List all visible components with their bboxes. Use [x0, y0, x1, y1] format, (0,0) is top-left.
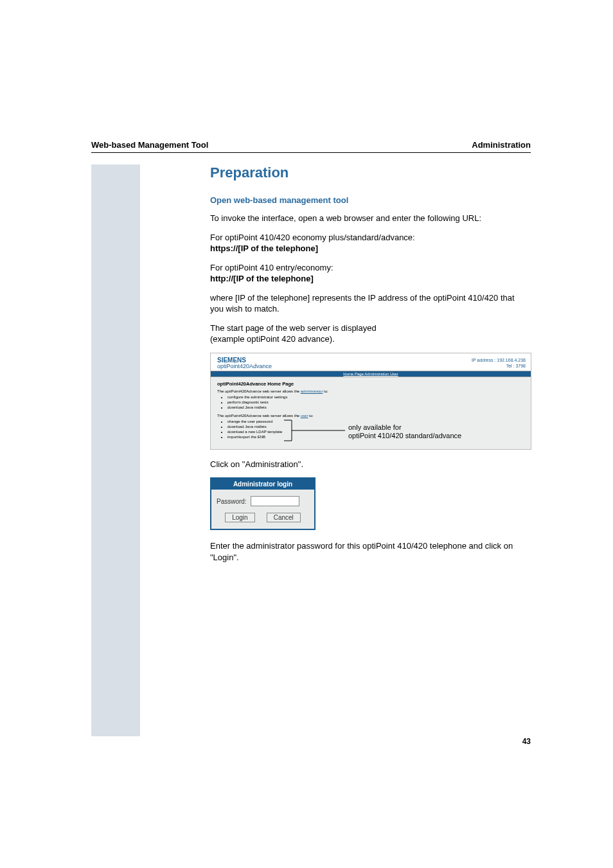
list-item: perform diagnostic tests	[227, 400, 524, 405]
callout-text: only available for	[348, 423, 461, 432]
body-text: Click on "Administration".	[210, 459, 530, 470]
administrator-link[interactable]: administrator	[301, 389, 323, 393]
body-text: Enter the administrator password for thi…	[210, 540, 530, 563]
url-text: https://[IP of the telephone]	[210, 244, 318, 253]
user-link[interactable]: user	[301, 414, 308, 418]
body-text: For optiPoint 410 entry/economy:	[210, 263, 333, 272]
page-number: 43	[522, 737, 531, 746]
list-item: configure the administrator settings	[227, 394, 524, 400]
page-title: optiPoint420Advance Home Page	[217, 381, 524, 387]
list-item: download Java midlets	[227, 405, 524, 410]
url-text: http://[IP of the telephone]	[210, 274, 314, 283]
subsection-heading: Open web-based management tool	[210, 195, 530, 205]
running-head-right: Administration	[472, 140, 531, 150]
body-text: The optiPoint420Advance web server allow…	[217, 414, 301, 418]
login-dialog-screenshot: Administrator login Password: Login Canc…	[210, 477, 315, 530]
body-text: To invoke the interface, open a web brow…	[210, 213, 530, 224]
product-name-text: optiPoint420Advance	[217, 364, 272, 369]
running-head-left: Web-based Management Tool	[91, 140, 208, 150]
password-label: Password:	[217, 498, 247, 505]
nav-bar[interactable]: Home Page Administration User	[211, 371, 531, 377]
login-title: Administrator login	[211, 479, 314, 490]
body-text: The start page of the web server is disp…	[210, 323, 377, 333]
body-text: to:	[323, 389, 328, 393]
cancel-button[interactable]: Cancel	[267, 513, 301, 522]
ip-address-label: IP address : 192.168.4.238	[472, 358, 526, 364]
body-text: to:	[308, 414, 313, 418]
password-input[interactable]	[251, 496, 299, 506]
body-text: where [IP of the telephone] represents t…	[210, 292, 530, 315]
section-heading: Preparation	[210, 164, 530, 181]
body-text: For optiPoint 410/420 economy plus/stand…	[210, 233, 415, 242]
body-text: (example optiPoint 420 advance).	[210, 334, 335, 344]
left-margin-bar	[91, 164, 140, 736]
body-text: The optiPoint420Advance web server allow…	[217, 389, 301, 393]
tel-label: Tel : 3798	[472, 364, 526, 369]
callout-text: optiPoint 410/420 standard/advance	[348, 432, 461, 440]
admin-feature-list: configure the administrator settings per…	[227, 394, 524, 410]
login-button[interactable]: Login	[225, 513, 254, 522]
